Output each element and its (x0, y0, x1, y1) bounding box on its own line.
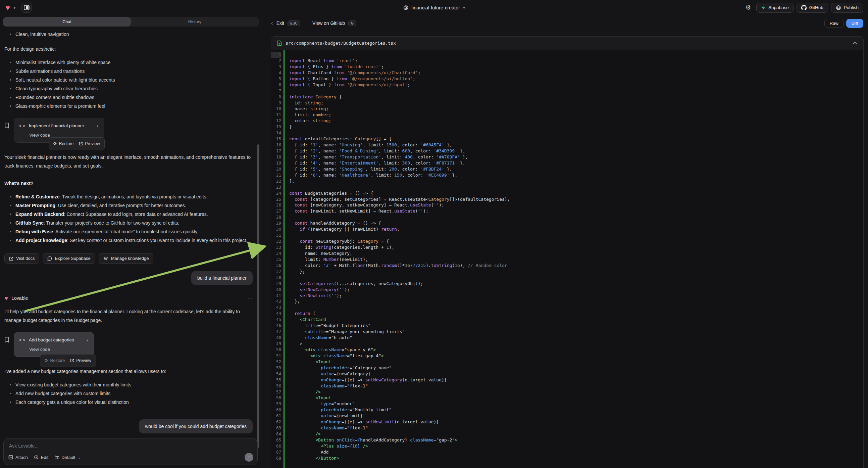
view-code-link[interactable]: View code (19, 346, 88, 353)
list-item: Clean, intuitive navigation (4, 30, 253, 39)
version-card-add-budget-categories[interactable]: < > Add budget categories › View code (14, 332, 94, 357)
publish-button[interactable]: Publish (831, 3, 863, 13)
fold-chevron-icon[interactable]: ⌄ (281, 191, 286, 196)
code-text: onChange={(e) => setNewCategory(e.target… (286, 377, 447, 383)
collapse-chevron-icon[interactable] (852, 41, 857, 46)
visit-docs-button[interactable]: Visit docs (4, 254, 39, 264)
assistant-header: ♥ Lovable ⋯ (4, 294, 253, 302)
line-number: 24 (271, 191, 281, 196)
preview-button[interactable]: Preview (70, 356, 91, 365)
code-line: 30 if (!newCategory || !newLimit) return… (271, 226, 863, 232)
toggle-sidebar-button[interactable] (22, 3, 32, 13)
view-on-github-button[interactable]: View on GitHub G (312, 21, 356, 26)
fold-chevron-icon[interactable]: ⌄ (281, 136, 286, 142)
code-line: 49 > (271, 341, 863, 347)
code-body: 12import React from 'react';3import { Pl… (271, 50, 863, 468)
restore-button[interactable]: ⟳ Restore (44, 356, 65, 365)
code-text: import React from 'react'; (286, 58, 358, 64)
fold-gutter (281, 449, 286, 455)
settings-button[interactable]: ⚙ (743, 3, 753, 13)
next-steps-list: Refine & Customize: Tweak the design, an… (4, 193, 253, 245)
file-added-icon (277, 40, 282, 46)
code-line: 60 placeholder="Monthly limit" (271, 407, 863, 413)
line-number: 68 (271, 455, 281, 461)
fold-chevron-icon[interactable]: ⌄ (281, 94, 286, 100)
lovable-logo-icon[interactable]: ♥ (5, 4, 10, 12)
github-label: GitHub (809, 5, 824, 10)
fold-gutter (281, 100, 286, 106)
chevron-down-icon[interactable]: ▾ (13, 5, 16, 10)
code-line: 7 (271, 88, 863, 94)
line-number: 50 (271, 347, 281, 353)
fold-gutter (281, 106, 286, 112)
diff-toggle-button[interactable]: Diff (846, 19, 863, 28)
fold-gutter (281, 341, 286, 347)
code-line: 61 value={newLimit} (271, 413, 863, 419)
exit-button[interactable]: ‹ Exit ESC (271, 20, 300, 27)
manage-knowledge-button[interactable]: Manage knowledge (99, 254, 154, 264)
line-number: 66 (271, 443, 281, 449)
model-selector[interactable]: Default ⌄ (54, 455, 81, 460)
code-text: limit: Number(newLimit), (286, 257, 368, 263)
code-text: className="h-auto" (286, 335, 352, 341)
fold-gutter (281, 257, 286, 263)
code-text: name: newCategory, (286, 251, 352, 257)
code-line: 54 value={newCategory} (271, 371, 863, 377)
code-text (286, 304, 289, 311)
fold-gutter (281, 281, 286, 287)
project-switcher[interactable]: financial-future-creator ▾ (403, 0, 465, 15)
code-line: 10 name: string; (271, 106, 863, 112)
code-text: > (286, 341, 302, 347)
list-item: Soft, neutral color palette with light b… (4, 76, 253, 84)
fold-gutter (281, 172, 286, 178)
code-text: onChange={(e) => setNewLimit(e.target.va… (286, 419, 439, 425)
tab-history[interactable]: History (131, 17, 259, 27)
code-text: import { Input } from '@/components/ui/i… (286, 82, 410, 88)
code-file-card: src/components/budget/BudgetCategories.t… (271, 36, 864, 468)
code-line: 28 (271, 214, 863, 220)
github-button[interactable]: GitHub (797, 3, 828, 13)
chat-input[interactable] (9, 443, 252, 448)
whats-next-heading: What's next? (4, 179, 253, 188)
restore-button[interactable]: ⟳ Restore (53, 139, 73, 148)
fold-gutter (281, 232, 286, 238)
fold-gutter (281, 455, 286, 461)
preview-button[interactable]: Preview (79, 139, 100, 148)
explore-supabase-button[interactable]: Explore Supabase (42, 254, 95, 264)
code-text: placeholder="Monthly limit" (286, 407, 392, 413)
line-number: 13 (271, 124, 281, 130)
file-header[interactable]: src/components/budget/BudgetCategories.t… (271, 37, 863, 50)
sidebar-panel-icon (24, 5, 30, 10)
bookmark-icon[interactable] (4, 122, 9, 128)
supabase-button[interactable]: Supabase (756, 3, 794, 13)
fold-gutter (281, 214, 286, 220)
code-text: className="flex-1" (286, 383, 368, 389)
fold-chevron-icon[interactable]: ⌄ (281, 238, 286, 244)
fold-gutter (281, 443, 286, 449)
github-icon (801, 5, 807, 10)
line-number: 2 (271, 58, 281, 64)
code-text: const defaultCategories: Category[] = [ (286, 136, 392, 142)
fold-gutter (281, 377, 286, 383)
fold-gutter (281, 347, 286, 353)
code-line: 9 id: string; (271, 100, 863, 106)
fold-gutter (281, 82, 286, 88)
publish-label: Publish (844, 5, 859, 10)
attach-button[interactable]: Attach (8, 455, 28, 460)
line-number: 58 (271, 395, 281, 401)
fold-gutter (281, 52, 286, 58)
edit-mode-button[interactable]: Edit (34, 455, 48, 460)
bookmark-icon[interactable] (4, 337, 9, 343)
fold-gutter (281, 178, 286, 184)
raw-toggle-button[interactable]: Raw (825, 19, 844, 28)
send-arrow-icon: ↑ (248, 455, 250, 460)
chat-scrollbar[interactable] (257, 144, 259, 448)
line-number: 31 (271, 232, 281, 238)
fold-chevron-icon[interactable]: ⌄ (281, 220, 286, 226)
code-text: </Button> (286, 455, 339, 461)
line-number: 5 (271, 76, 281, 82)
send-button[interactable]: ↑ (245, 453, 253, 462)
tab-chat[interactable]: Chat (3, 17, 131, 27)
more-options-icon[interactable]: ⋯ (247, 294, 253, 302)
code-line: 51 <div className="flex gap-4"> (271, 353, 863, 359)
